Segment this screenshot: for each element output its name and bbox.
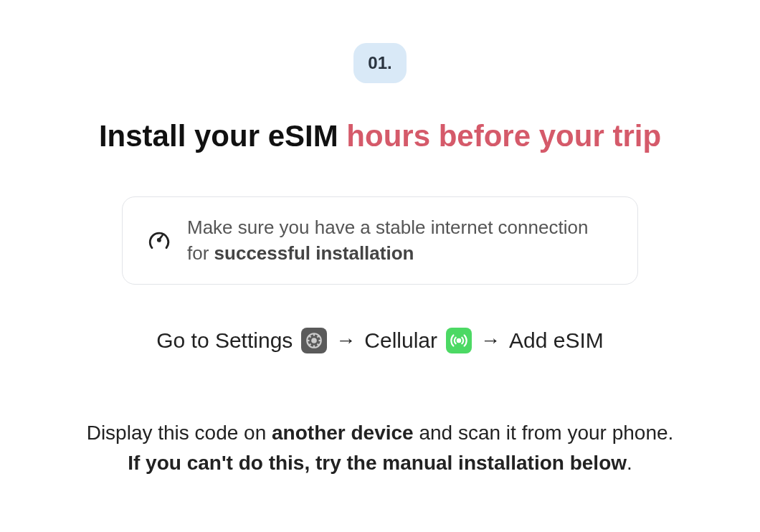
arrow-icon: → [336,329,356,352]
path-cellular: Cellular [364,328,437,353]
headline-accent: hours before your trip [346,119,661,153]
instruction-line1-suffix: and scan it from your phone. [414,422,674,444]
svg-line-6 [309,336,310,337]
step-badge: 01. [353,43,406,83]
svg-line-8 [309,343,310,345]
page-title: Install your eSIM hours before your trip [99,119,661,153]
svg-line-7 [318,343,319,345]
instruction-line2-bold: If you can't do this, try the manual ins… [128,452,627,474]
notice-text: Make sure you have a stable internet con… [187,214,613,267]
cellular-icon [446,328,472,353]
speedometer-icon [147,228,171,252]
instruction-line2-suffix: . [627,452,632,474]
settings-icon [301,328,327,353]
instruction-line1-bold: another device [272,422,414,444]
svg-point-1 [312,338,318,343]
notice-box: Make sure you have a stable internet con… [122,196,638,285]
path-goto: Go to Settings [156,328,293,353]
instruction-text: Display this code on another device and … [87,418,674,478]
svg-point-10 [457,339,460,342]
arrow-icon: → [480,329,500,352]
path-add: Add eSIM [509,328,604,353]
notice-bold: successful installation [214,242,414,264]
instruction-line1-prefix: Display this code on [87,422,272,444]
svg-line-9 [318,336,319,337]
navigation-path: Go to Settings → Cellular [156,328,604,353]
headline-prefix: Install your eSIM [99,119,346,153]
